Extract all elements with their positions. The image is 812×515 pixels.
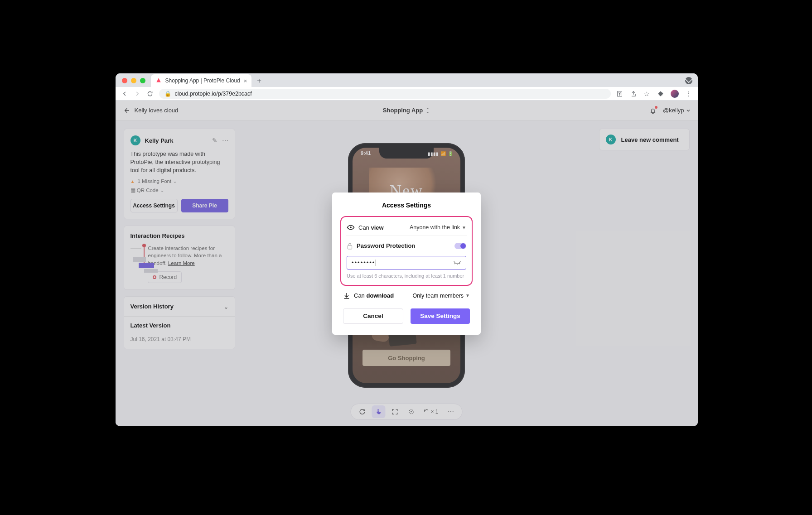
rotate-icon bbox=[423, 409, 430, 415]
phone-notch bbox=[379, 148, 434, 159]
preview-toolbar: × 1 ⋯ bbox=[350, 404, 462, 420]
version-history-toggle[interactable]: Version History ⌃ bbox=[124, 297, 235, 317]
missing-font-link[interactable]: 1 Missing Font bbox=[130, 178, 228, 184]
password-input[interactable]: •••••••• bbox=[347, 256, 466, 270]
phone-status-time: 9:41 bbox=[361, 150, 371, 156]
version-date: Jul 16, 2021 at 03:47 PM bbox=[124, 334, 235, 349]
recipes-card: Interaction Recipes Create interaction r… bbox=[124, 226, 235, 290]
caret-down-icon: ▼ bbox=[465, 293, 470, 298]
eye-icon bbox=[347, 224, 355, 231]
record-icon bbox=[153, 275, 156, 279]
cancel-button[interactable]: Cancel bbox=[343, 308, 403, 324]
more-icon[interactable]: ⋯ bbox=[222, 137, 228, 144]
edit-icon[interactable]: ✎ bbox=[212, 137, 218, 144]
learn-more-link[interactable]: Learn More bbox=[168, 260, 195, 266]
chrome-account-icon[interactable] bbox=[685, 77, 692, 84]
comment-avatar: K bbox=[606, 135, 616, 144]
lock-icon: 🔒 bbox=[164, 91, 171, 97]
save-settings-button[interactable]: Save Settings bbox=[411, 308, 470, 324]
qr-code-link[interactable]: ▦ QR Code bbox=[130, 187, 228, 193]
back-button[interactable] bbox=[121, 90, 128, 97]
url-text: cloud.protopie.io/p/379e2bcacf bbox=[175, 91, 252, 97]
author-name: Kelly Park bbox=[145, 137, 208, 144]
notifications-icon[interactable] bbox=[649, 107, 657, 114]
new-comment-button[interactable]: K Leave new comment bbox=[599, 129, 690, 150]
download-permission-dropdown[interactable]: Only team members▼ bbox=[413, 293, 470, 299]
password-hint: Use at least 6 characters, including at … bbox=[347, 273, 466, 279]
fullscreen-window-button[interactable] bbox=[140, 78, 145, 83]
page-title: Shopping App bbox=[383, 107, 423, 114]
rotate-zoom-control[interactable]: × 1 bbox=[420, 409, 441, 415]
share-icon[interactable] bbox=[630, 90, 637, 97]
new-tab-button[interactable]: ＋ bbox=[254, 76, 264, 86]
access-settings-button[interactable]: Access Settings bbox=[130, 199, 178, 212]
svg-point-2 bbox=[350, 226, 352, 228]
go-shopping-button[interactable]: Go Shopping bbox=[362, 350, 450, 366]
target-icon[interactable] bbox=[404, 405, 418, 418]
reload-button[interactable] bbox=[146, 90, 154, 97]
chrome-menu-icon[interactable]: ⋮ bbox=[685, 90, 692, 97]
prototype-description: This prototype was made with ProtoPie, t… bbox=[130, 150, 228, 174]
window-traffic-lights bbox=[122, 78, 145, 83]
touch-indicator-icon[interactable] bbox=[372, 405, 385, 418]
lock-icon bbox=[347, 242, 353, 250]
close-window-button[interactable] bbox=[122, 78, 127, 83]
svg-rect-3 bbox=[348, 245, 352, 249]
password-value: •••••••• bbox=[352, 259, 376, 266]
modal-title: Access Settings bbox=[332, 193, 481, 216]
address-bar[interactable]: 🔒 cloud.protopie.io/p/379e2bcacf bbox=[159, 89, 611, 99]
record-button[interactable]: Record bbox=[148, 271, 182, 284]
chevron-down-icon bbox=[686, 108, 691, 113]
recipes-illustration bbox=[130, 245, 142, 274]
notification-badge bbox=[655, 106, 657, 109]
browser-tab[interactable]: Shopping App | ProtoPie Cloud × bbox=[151, 74, 252, 87]
info-card: K Kelly Park ✎ ⋯ This prototype was made… bbox=[124, 129, 235, 219]
forward-button[interactable] bbox=[134, 90, 141, 97]
close-tab-icon[interactable]: × bbox=[244, 77, 247, 84]
browser-window: Shopping App | ProtoPie Cloud × ＋ 🔒 clou… bbox=[116, 73, 698, 426]
app-header: Kelly loves cloud Shopping App @kellyp bbox=[116, 101, 698, 120]
browser-tab-strip: Shopping App | ProtoPie Cloud × ＋ bbox=[116, 73, 698, 87]
comment-label: Leave new comment bbox=[621, 136, 679, 143]
username[interactable]: @kellyp bbox=[663, 107, 690, 114]
tab-title: Shopping App | ProtoPie Cloud bbox=[165, 77, 240, 84]
author-avatar: K bbox=[130, 135, 140, 145]
caret-down-icon: ▼ bbox=[462, 225, 466, 230]
can-view-label: Can view bbox=[358, 224, 384, 231]
reveal-password-icon[interactable] bbox=[453, 260, 461, 265]
title-chevron-icon[interactable] bbox=[425, 108, 430, 113]
extensions-icon[interactable] bbox=[657, 90, 664, 97]
highlighted-section: Can view Anyone with the link▼ Password … bbox=[340, 216, 473, 286]
view-permission-dropdown[interactable]: Anyone with the link▼ bbox=[410, 224, 466, 231]
fullscreen-icon[interactable] bbox=[388, 405, 401, 418]
share-pie-button[interactable]: Share Pie bbox=[181, 199, 228, 212]
breadcrumb[interactable]: Kelly loves cloud bbox=[135, 107, 179, 114]
profile-avatar-icon[interactable] bbox=[671, 90, 679, 98]
minimize-window-button[interactable] bbox=[131, 78, 136, 83]
back-arrow-icon[interactable] bbox=[123, 107, 130, 114]
can-download-label: Can download bbox=[354, 292, 394, 299]
access-settings-modal: Access Settings Can view Anyone with the… bbox=[332, 193, 481, 335]
password-toggle[interactable] bbox=[454, 243, 466, 249]
download-icon bbox=[343, 292, 350, 299]
phone-status-icons: ▮▮▮▮📶🔋 bbox=[428, 151, 453, 156]
protopie-icon bbox=[155, 77, 162, 84]
bookmark-star-icon[interactable]: ☆ bbox=[643, 90, 651, 97]
svg-point-1 bbox=[411, 411, 412, 413]
browser-toolbar: 🔒 cloud.protopie.io/p/379e2bcacf ⚿ ☆ ⋮ bbox=[116, 87, 698, 101]
more-tools-icon[interactable]: ⋯ bbox=[444, 405, 458, 418]
restart-icon[interactable] bbox=[355, 405, 369, 418]
password-protection-label: Password Protection bbox=[357, 242, 415, 249]
password-key-icon[interactable]: ⚿ bbox=[616, 90, 624, 97]
version-latest[interactable]: Latest Version bbox=[124, 317, 235, 334]
version-card: Version History ⌃ Latest Version Jul 16,… bbox=[124, 296, 235, 349]
app-area: Kelly loves cloud Shopping App @kellyp bbox=[116, 101, 698, 426]
chevron-up-icon: ⌃ bbox=[224, 303, 228, 310]
recipes-title: Interaction Recipes bbox=[130, 232, 228, 239]
